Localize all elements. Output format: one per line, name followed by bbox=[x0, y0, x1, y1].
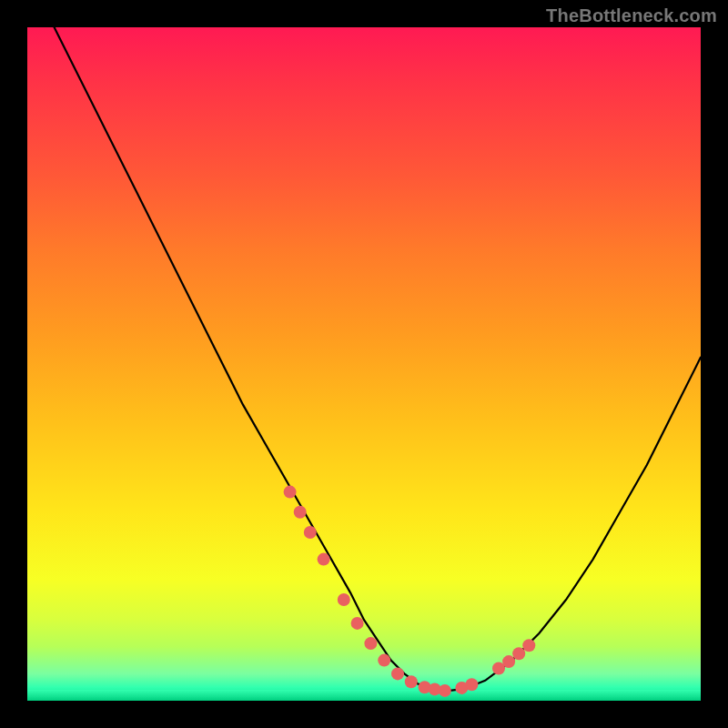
highlight-dot bbox=[318, 553, 330, 566]
highlight-dot bbox=[294, 506, 307, 519]
highlight-dot bbox=[439, 684, 451, 697]
highlight-dot bbox=[338, 593, 350, 606]
chart-stage: TheBottleneck.com bbox=[0, 0, 728, 728]
highlight-dot bbox=[465, 678, 478, 691]
highlight-dot bbox=[351, 617, 364, 630]
highlight-dot bbox=[512, 647, 525, 660]
highlight-dot bbox=[378, 654, 390, 667]
highlight-dot bbox=[522, 639, 535, 652]
curve-layer bbox=[27, 27, 701, 701]
highlight-dot bbox=[304, 526, 317, 539]
watermark-text: TheBottleneck.com bbox=[546, 5, 717, 26]
highlight-dot bbox=[364, 637, 377, 650]
highlight-dot bbox=[405, 675, 418, 688]
plot-area bbox=[27, 27, 701, 701]
bottleneck-curve bbox=[55, 27, 701, 692]
highlight-dot bbox=[502, 655, 515, 668]
highlight-dots-group bbox=[284, 486, 536, 697]
highlight-dot bbox=[391, 667, 404, 680]
highlight-dot bbox=[284, 486, 297, 499]
